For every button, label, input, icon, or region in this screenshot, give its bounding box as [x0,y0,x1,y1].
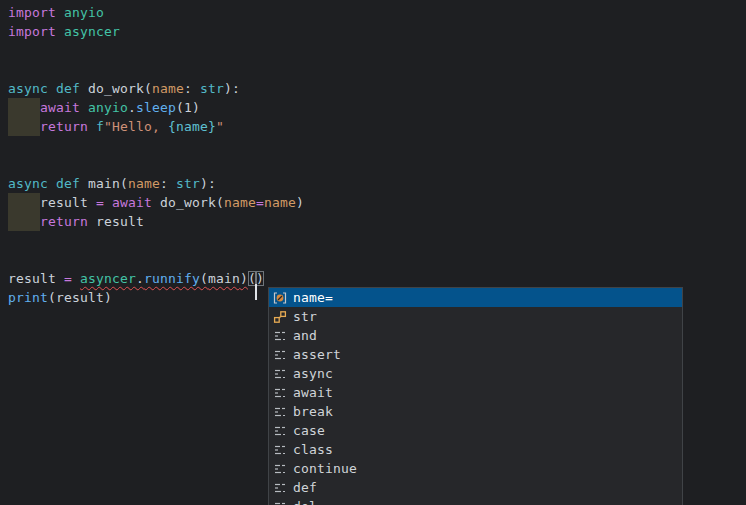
keyword-symbol-icon [272,480,288,496]
code-token: str [176,176,200,191]
code-line-2[interactable]: import asyncer [8,22,746,41]
code-token: asyncer [64,24,120,39]
code-token [80,176,88,191]
code-token [56,5,64,20]
code-token [48,81,56,96]
code-line-13[interactable] [8,231,746,250]
code-token [56,271,64,286]
code-token: ) [240,271,248,286]
code-token: ( [216,195,224,210]
code-token: ( [144,81,152,96]
code-token: : [160,176,168,191]
code-token: print [8,290,48,305]
code-token: result [40,195,88,210]
code-token: name [176,119,208,134]
code-token: return [40,119,88,134]
code-token: . [136,271,144,286]
code-token: sleep [136,100,176,115]
autocomplete-item-and[interactable]: and [269,326,682,345]
code-token: async [8,81,48,96]
code-line-14[interactable] [8,250,746,269]
code-token [104,195,112,210]
code-token: return [40,214,88,229]
code-token: runnify [144,271,200,286]
code-token [80,100,88,115]
autocomplete-item-label: def [293,478,317,497]
code-line-12[interactable]: return result [8,212,746,231]
autocomplete-item-assert[interactable]: assert [269,345,682,364]
code-token: ( [120,176,128,191]
code-token [8,214,40,229]
code-token: : [184,81,192,96]
autocomplete-item-label: await [293,383,333,402]
code-line-11[interactable]: result = await do_work(name=name) [8,193,746,212]
keyword-symbol-icon [272,366,288,382]
autocomplete-item-label: del [293,497,317,505]
keyword-symbol-icon [272,442,288,458]
code-token: f [96,119,104,134]
autocomplete-item-continue[interactable]: continue [269,459,682,478]
code-token: { [168,119,176,134]
code-token: "Hello, [104,119,168,134]
code-line-8[interactable] [8,136,746,155]
autocomplete-popup[interactable]: name=strandassertasyncawaitbreakcaseclas… [268,287,683,505]
autocomplete-item-str[interactable]: str [269,307,682,326]
code-token [168,176,176,191]
code-token: main [88,176,120,191]
code-line-5[interactable]: async def do_work(name: str): [8,79,746,98]
keyword-symbol-icon [272,423,288,439]
code-token: result [96,214,144,229]
autocomplete-item-del[interactable]: del [269,497,682,505]
code-token: ) [104,290,112,305]
code-token [192,81,200,96]
code-token [48,176,56,191]
code-token: name [128,176,160,191]
code-line-10[interactable]: async def main(name: str): [8,174,746,193]
code-line-3[interactable] [8,41,746,60]
code-token: } [208,119,216,134]
code-token: ) [296,195,304,210]
code-token [8,100,40,115]
code-line-7[interactable]: return f"Hello, {name}" [8,117,746,136]
autocomplete-item-label: name= [293,288,333,307]
code-token: import [8,5,56,20]
autocomplete-item-label: assert [293,345,341,364]
autocomplete-item-class[interactable]: class [269,440,682,459]
keyword-symbol-icon [272,385,288,401]
code-area[interactable]: import anyioimport asyncerasync def do_w… [0,0,746,307]
code-line-4[interactable] [8,60,746,79]
code-token: main [208,271,240,286]
autocomplete-item-await[interactable]: await [269,383,682,402]
code-line-6[interactable]: await anyio.sleep(1) [8,98,746,117]
code-token: anyio [88,100,128,115]
code-token: ( [176,100,184,115]
code-token [88,119,96,134]
autocomplete-item-case[interactable]: case [269,421,682,440]
autocomplete-item-def[interactable]: def [269,478,682,497]
autocomplete-item-break[interactable]: break [269,402,682,421]
autocomplete-item-name[interactable]: name= [269,288,682,307]
code-token [88,195,96,210]
code-token: . [128,100,136,115]
code-token [72,271,80,286]
code-token: result [8,271,56,286]
keyword-symbol-icon [272,328,288,344]
autocomplete-item-label: async [293,364,333,383]
code-line-9[interactable] [8,155,746,174]
code-token: name [224,195,256,210]
code-token: name [152,81,184,96]
autocomplete-item-async[interactable]: async [269,364,682,383]
code-token: = [256,195,264,210]
code-line-1[interactable]: import anyio [8,3,746,22]
class-symbol-icon [272,309,288,325]
code-token [88,214,96,229]
code-token: ) [192,100,200,115]
code-line-15[interactable]: result = asyncer.runnify(main)() [8,269,746,288]
code-token: result [56,290,104,305]
code-token: async [8,176,48,191]
code-token: def [56,176,80,191]
autocomplete-item-label: str [293,307,317,326]
code-token: ): [200,176,216,191]
editor-screen: import anyioimport asyncerasync def do_w… [0,0,746,505]
code-token [80,81,88,96]
